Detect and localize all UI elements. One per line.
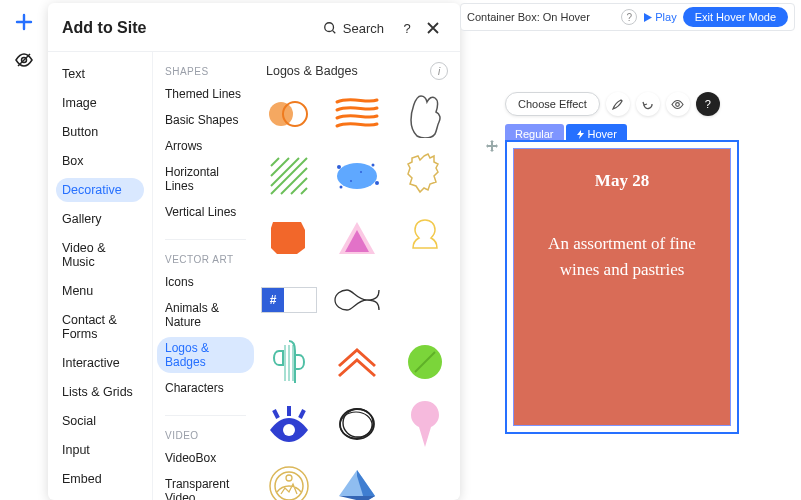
category-item[interactable]: Interactive — [56, 351, 144, 375]
category-item[interactable]: Contact & Forms — [56, 308, 144, 346]
subcategory-item[interactable]: Arrows — [157, 135, 210, 157]
subcategory-item[interactable]: Transparent Video — [157, 473, 254, 500]
svg-point-18 — [340, 186, 343, 189]
canvas-help-button[interactable]: ? — [621, 9, 637, 25]
search-label: Search — [343, 21, 384, 36]
add-to-site-panel: Add to Site Search ? TextImageButtonBoxD… — [48, 3, 460, 500]
help-button[interactable]: ? — [394, 15, 420, 41]
subcategory-item[interactable]: VideoBox — [157, 447, 224, 469]
help-icon: ? — [403, 21, 410, 36]
eye-icon — [671, 98, 684, 111]
play-label: Play — [655, 11, 676, 23]
info-button[interactable]: i — [430, 62, 448, 80]
svg-point-31 — [283, 424, 295, 436]
category-item[interactable]: Button — [56, 120, 144, 144]
drag-handle[interactable] — [484, 138, 500, 154]
design-button[interactable] — [606, 92, 630, 116]
asset-blue-eye[interactable] — [261, 398, 317, 450]
asset-hand-outline[interactable] — [397, 88, 453, 140]
asset-pink-triangles[interactable] — [329, 212, 385, 264]
toolbar-help-button[interactable]: ? — [696, 92, 720, 116]
svg-marker-41 — [644, 13, 652, 22]
svg-point-2 — [325, 23, 334, 32]
svg-point-37 — [286, 475, 292, 481]
svg-point-20 — [350, 180, 352, 182]
asset-scribble-circle[interactable] — [329, 398, 385, 450]
asset-yellow-figure[interactable] — [397, 212, 453, 264]
subcategory-item[interactable]: Animals & Nature — [157, 297, 254, 333]
subcategory-item[interactable]: Basic Shapes — [157, 109, 246, 131]
asset-empty-r4c3 — [397, 274, 453, 326]
panel-header: Add to Site Search ? — [48, 3, 460, 52]
category-item[interactable]: Content Manager — [56, 496, 144, 500]
left-rail — [0, 0, 48, 500]
preview-toggle-button[interactable] — [10, 46, 38, 74]
asset-infinity-double[interactable] — [329, 274, 385, 326]
search-icon — [323, 21, 337, 35]
svg-point-34 — [340, 412, 372, 438]
container-box-selection[interactable]: May 28 An assortment of fine wines and p… — [505, 140, 739, 434]
asset-grid-column: Logos & Badges i # — [254, 52, 460, 500]
card-body: An assortment of fine wines and pastries — [532, 231, 712, 282]
tab-regular-label: Regular — [515, 128, 554, 140]
asset-green-diagonal[interactable] — [261, 150, 317, 202]
svg-point-17 — [375, 181, 379, 185]
subcategory-item[interactable]: Logos & Badges — [157, 337, 254, 373]
category-item[interactable]: Video & Music — [56, 236, 144, 274]
reset-button[interactable] — [636, 92, 660, 116]
exit-hover-button[interactable]: Exit Hover Mode — [683, 7, 788, 27]
svg-line-3 — [332, 31, 335, 34]
hash-label: # — [262, 288, 284, 312]
subcategory-item[interactable]: Themed Lines — [157, 83, 249, 105]
asset-orange-polygon[interactable] — [261, 212, 317, 264]
asset-hash-input[interactable]: # — [261, 274, 317, 326]
svg-point-42 — [676, 102, 680, 106]
asset-cactus[interactable] — [261, 336, 317, 388]
asset-sun-badge[interactable] — [261, 460, 317, 500]
category-item[interactable]: Lists & Grids — [56, 380, 144, 404]
add-element-button[interactable] — [10, 8, 38, 36]
asset-pink-icecream[interactable] — [397, 398, 453, 450]
subcategory-item[interactable]: Characters — [157, 377, 232, 399]
category-item[interactable]: Input — [56, 438, 144, 462]
subcategory-item[interactable]: Icons — [157, 271, 202, 293]
move-icon — [485, 139, 499, 153]
help-icon: ? — [627, 12, 633, 23]
asset-venn-circles[interactable] — [261, 88, 317, 140]
subcategory-item[interactable]: Vertical Lines — [157, 201, 244, 223]
category-item[interactable]: Menu — [56, 279, 144, 303]
category-item[interactable]: Box — [56, 149, 144, 173]
category-item[interactable]: Text — [56, 62, 144, 86]
asset-blue-pyramid[interactable] — [329, 460, 385, 500]
subgroup-title: VIDEO — [157, 426, 254, 447]
asset-orange-chevrons[interactable] — [329, 336, 385, 388]
asset-blue-splash[interactable] — [329, 150, 385, 202]
category-item[interactable]: Decorative — [56, 178, 144, 202]
card-content: May 28 An assortment of fine wines and p… — [514, 149, 730, 425]
play-button[interactable]: Play — [643, 11, 676, 23]
category-item[interactable]: Image — [56, 91, 144, 115]
close-panel-button[interactable] — [420, 15, 446, 41]
asset-wind-lines[interactable] — [329, 88, 385, 140]
close-icon — [426, 21, 440, 35]
section-title: Logos & Badges — [266, 64, 430, 78]
category-item[interactable]: Gallery — [56, 207, 144, 231]
hide-button[interactable] — [666, 92, 690, 116]
search-button[interactable]: Search — [323, 21, 384, 36]
asset-lion-crest[interactable] — [397, 150, 453, 202]
svg-marker-40 — [339, 496, 375, 500]
svg-line-30 — [300, 410, 304, 418]
canvas-header: Container Box: On Hover ? Play Exit Hove… — [460, 3, 795, 31]
subcategory-item[interactable]: Horizontal Lines — [157, 161, 254, 197]
divider — [165, 415, 246, 416]
category-item[interactable]: Social — [56, 409, 144, 433]
svg-point-15 — [337, 165, 341, 169]
asset-green-circle[interactable] — [397, 336, 453, 388]
category-item[interactable]: Embed — [56, 467, 144, 491]
choose-effect-button[interactable]: Choose Effect — [505, 92, 600, 116]
lightning-icon — [576, 130, 585, 139]
brush-icon — [611, 98, 624, 111]
tab-hover-label: Hover — [588, 128, 617, 140]
reset-icon — [641, 98, 654, 111]
subgroup-title: SHAPES — [157, 62, 254, 83]
